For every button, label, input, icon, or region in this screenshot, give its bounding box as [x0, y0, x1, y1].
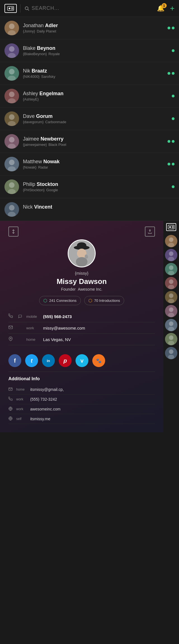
sidebar-avatar[interactable]: [165, 291, 177, 303]
contact-name: Jaimee Newberry: [23, 136, 168, 142]
address-value: Las Vegas, NV: [43, 337, 71, 342]
add-detail-value: (555) 732-3242: [30, 397, 57, 402]
contact-dots: [172, 185, 175, 188]
contact-meta: {NIK4000}Sarofsky: [23, 74, 168, 79]
contact-info: Jonathan Adler {Jonny}Daily Planet: [23, 23, 168, 33]
contact-meta: {Jonny}Daily Planet: [23, 29, 168, 33]
contact-meta: {davegorum}Carbonmade: [23, 120, 172, 124]
avatar: [4, 157, 19, 171]
add-detail-icon: [8, 416, 16, 421]
avatar: [4, 179, 19, 194]
contact-item[interactable]: Jaimee Newberry {jaimeejaimee}Black Pixe…: [0, 130, 179, 153]
contact-name: Jonathan Adler: [23, 23, 168, 29]
contact-info: Ashley Engelman {AshleyE}: [23, 91, 172, 101]
avatar: [4, 43, 19, 58]
contact-item[interactable]: Matthew Nowak {Nowak}Radar: [0, 153, 179, 176]
contact-item[interactable]: Philip Stockton {PHStockton}Google: [0, 176, 179, 198]
contact-item[interactable]: Jonathan Adler {Jonny}Daily Planet: [0, 17, 179, 39]
header-divider: [20, 4, 20, 13]
contact-item[interactable]: Nick Vincent: [0, 198, 179, 221]
contact-meta: [23, 211, 175, 215]
contact-item[interactable]: Ashley Engelman {AshleyE}: [0, 85, 179, 108]
svg-point-61: [169, 279, 173, 284]
svg-line-6: [28, 9, 29, 10]
svg-point-20: [9, 114, 15, 120]
profile-stats: ⬡ 241 Connections ⬡ 70 Introductions: [8, 296, 155, 305]
svg-point-14: [9, 69, 15, 74]
sidebar-avatar[interactable]: [165, 235, 177, 247]
svg-point-67: [169, 307, 173, 312]
sidebar-avatar[interactable]: [165, 319, 177, 331]
avatar: [4, 111, 19, 126]
linkedin-social-icon[interactable]: in: [42, 354, 55, 367]
pinterest-social-icon[interactable]: p: [59, 354, 72, 367]
contact-details: mobile (555) 568-2473 work missy@awesome…: [8, 311, 155, 345]
introductions-count: 70 Introductions: [94, 298, 120, 303]
introductions-icon: ⬡: [88, 298, 92, 303]
sidebar-logo[interactable]: [166, 223, 176, 231]
contact-dots: [172, 95, 175, 97]
vimeo-social-icon[interactable]: v: [76, 354, 88, 367]
sort-icon[interactable]: [8, 227, 18, 237]
profile-avatar-wrap: [8, 239, 155, 267]
svg-point-73: [169, 335, 173, 340]
contact-dots: [168, 27, 175, 29]
contact-name: Nik Braatz: [23, 68, 168, 74]
contact-meta: {BlakeBeynon}Royale: [23, 52, 172, 56]
email-icon: [8, 325, 16, 331]
profile-handle: {missy}: [8, 271, 155, 276]
svg-point-29: [9, 182, 15, 188]
contact-info: Matthew Nowak {Nowak}Radar: [23, 159, 168, 169]
phone-value: (555) 568-2473: [43, 314, 72, 319]
facebook-social-icon[interactable]: f: [8, 354, 21, 367]
additional-info-title: Additional Info: [8, 376, 155, 381]
contact-item[interactable]: Dave Gorum {davegorum}Carbonmade: [0, 108, 179, 130]
svg-point-62: [168, 285, 174, 289]
contact-item[interactable]: Blake Beynon {BlakeBeynon}Royale: [0, 39, 179, 62]
contact-info: Dave Gorum {davegorum}Carbonmade: [23, 113, 172, 124]
sidebar-avatar[interactable]: [165, 249, 177, 261]
share-icon[interactable]: [145, 227, 155, 237]
add-detail-label: work: [16, 407, 30, 411]
sidebar-avatar[interactable]: [165, 347, 177, 359]
additional-info-row: self itsmissy.me: [8, 414, 155, 424]
add-detail-icon: [8, 387, 16, 392]
introductions-pill[interactable]: ⬡ 70 Introductions: [84, 296, 124, 305]
twitter-social-icon[interactable]: t: [25, 354, 38, 367]
notification-bell[interactable]: 🔔 1: [157, 5, 164, 12]
svg-point-47: [169, 226, 171, 228]
email-row: work missy@awesome.com: [8, 322, 155, 334]
svg-point-71: [168, 327, 174, 331]
connections-pill[interactable]: ⬡ 241 Connections: [39, 296, 81, 305]
address-label: home: [26, 337, 43, 342]
contact-meta: {Nowak}Radar: [23, 165, 168, 169]
contact-dots: [168, 163, 175, 165]
app-logo[interactable]: [4, 4, 17, 13]
avatar: [4, 202, 19, 217]
svg-point-5: [25, 7, 28, 10]
add-detail-value: itsmissy.me: [30, 417, 50, 421]
add-button[interactable]: +: [170, 4, 175, 13]
notification-badge: 1: [162, 3, 167, 8]
avatar: [4, 89, 19, 103]
add-detail-label: work: [16, 397, 30, 401]
sidebar-avatar[interactable]: [165, 333, 177, 345]
sidebar-avatar[interactable]: [165, 277, 177, 289]
contact-info: Jaimee Newberry {jaimeejaimee}Black Pixe…: [23, 136, 168, 147]
sidebar-avatar[interactable]: [165, 263, 177, 275]
svg-point-68: [168, 313, 174, 317]
swarm-social-icon[interactable]: 🐾: [92, 354, 105, 367]
svg-point-65: [168, 299, 174, 303]
address-row: home Las Vegas, NV: [8, 334, 155, 345]
svg-point-74: [168, 341, 174, 345]
svg-point-76: [169, 349, 173, 354]
search-input[interactable]: [32, 5, 157, 11]
connections-icon: ⬡: [43, 298, 47, 303]
profile-title: Founder Awesome Inc.: [8, 287, 155, 291]
right-sidebar: [163, 221, 179, 432]
contact-item[interactable]: Nik Braatz {NIK4000}Sarofsky: [0, 62, 179, 85]
sidebar-avatar[interactable]: [165, 305, 177, 317]
location-icon: [8, 337, 16, 342]
add-detail-icon: [8, 397, 16, 402]
header: 🔔 1 +: [0, 0, 179, 17]
